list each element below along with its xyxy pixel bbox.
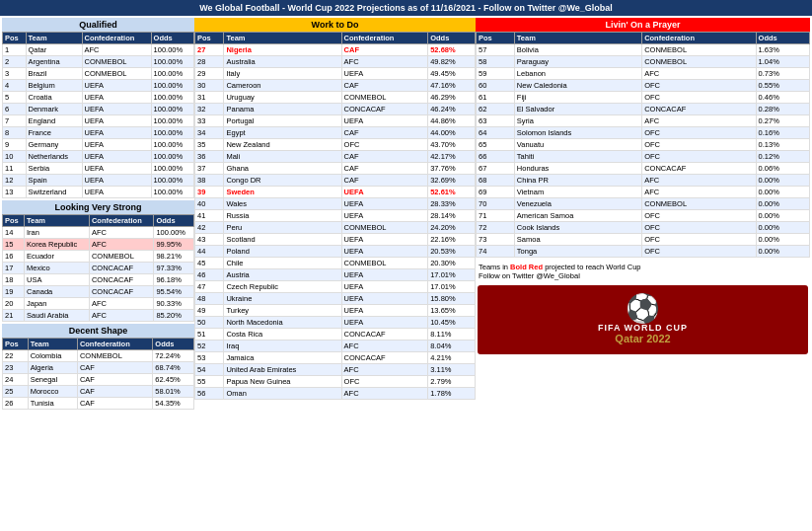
table-row: 43ScotlandUEFA22.16% (195, 234, 476, 246)
cell-odds: 20.30% (428, 258, 476, 269)
cell-odds: 0.00% (756, 234, 809, 246)
table-row: 27NigeriaCAF52.68% (195, 44, 476, 56)
table-row: 4BelgiumUEFA100.00% (3, 80, 194, 92)
qualified-section: Qualified Pos Team Confederation Odds 1Q… (2, 18, 194, 198)
right-column: Livin' On a Prayer Pos Team Confederatio… (476, 18, 810, 412)
col-conf: Confederation (77, 339, 152, 350)
cell-conf: CONCACAF (341, 104, 428, 115)
cell-team: Congo DR (224, 175, 341, 187)
table-row: 24SenegalCAF62.45% (3, 374, 194, 386)
cell-odds: 90.33% (154, 298, 194, 310)
cell-team: Ecuador (24, 251, 89, 263)
cell-odds: 0.00% (756, 246, 809, 258)
cell-odds: 1.78% (428, 388, 476, 400)
table-row: 49TurkeyUEFA13.65% (195, 305, 476, 317)
cell-team: Tonga (514, 246, 641, 258)
table-row: 56OmanAFC1.78% (195, 388, 476, 400)
cell-pos: 68 (477, 175, 515, 187)
cell-pos: 50 (195, 317, 224, 329)
cell-conf: CONMEBOL (341, 222, 428, 234)
cell-pos: 48 (195, 293, 224, 305)
cell-team: China PR (514, 175, 641, 187)
table-row: 52IraqAFC8.04% (195, 341, 476, 352)
cell-conf: CAF (341, 44, 428, 56)
work-to-do-header: Work to Do (194, 18, 476, 32)
table-row: 39SwedenUEFA52.61% (195, 187, 476, 198)
table-row: 51Costa RicaCONCACAF8.11% (195, 329, 476, 341)
cell-conf: UEFA (82, 163, 151, 175)
cell-pos: 64 (477, 127, 515, 139)
cell-team: Korea Republic (24, 239, 89, 251)
cell-conf: CONMEBOL (89, 251, 153, 263)
cell-odds: 44.86% (428, 115, 476, 127)
cell-pos: 17 (3, 263, 25, 274)
cell-odds: 0.00% (756, 198, 809, 210)
cell-conf: AFC (642, 115, 756, 127)
bold-red-text: Bold Red (510, 263, 543, 271)
cell-conf: CONCACAF (89, 263, 153, 274)
cell-odds: 52.61% (428, 187, 476, 198)
cell-team: Egypt (224, 127, 341, 139)
cell-pos: 11 (3, 163, 27, 175)
cell-odds: 10.45% (428, 317, 476, 329)
cell-odds: 13.65% (428, 305, 476, 317)
table-row: 59LebanonAFC0.73% (477, 68, 810, 80)
cell-odds: 8.04% (428, 341, 476, 352)
cell-odds: 17.01% (428, 269, 476, 281)
cell-pos: 22 (3, 350, 29, 362)
cell-pos: 31 (195, 92, 224, 104)
col-conf: Confederation (341, 33, 428, 44)
cell-team: Switzerland (26, 187, 82, 198)
cell-odds: 0.16% (756, 127, 809, 139)
cell-pos: 69 (477, 187, 515, 198)
cell-pos: 2 (3, 56, 27, 68)
cell-team: Poland (224, 246, 341, 258)
cell-conf: AFC (82, 44, 151, 56)
table-row: 8FranceUEFA100.00% (3, 127, 194, 139)
cell-conf: UEFA (341, 246, 428, 258)
livin-prayer-section: Livin' On a Prayer Pos Team Confederatio… (476, 18, 810, 258)
cell-team: Iran (24, 227, 89, 239)
qualified-table: Pos Team Confederation Odds 1QatarAFC100… (2, 32, 194, 198)
cell-team: Solomon Islands (514, 127, 641, 139)
cell-pos: 16 (3, 251, 25, 263)
cell-odds: 3.11% (428, 364, 476, 376)
cell-odds: 99.95% (154, 239, 194, 251)
cell-team: Syria (514, 115, 641, 127)
cell-conf: CAF (77, 374, 152, 386)
table-row: 14IranAFC100.00% (3, 227, 194, 239)
cell-conf: UEFA (341, 198, 428, 210)
cell-conf: CONMEBOL (82, 68, 151, 80)
cell-odds: 95.54% (154, 286, 194, 298)
cell-team: Sweden (224, 187, 341, 198)
cell-pos: 46 (195, 269, 224, 281)
cell-team: Spain (26, 175, 82, 187)
cell-team: Brazil (26, 68, 82, 80)
cell-conf: UEFA (341, 269, 428, 281)
cell-pos: 1 (3, 44, 27, 56)
cell-odds: 20.53% (428, 246, 476, 258)
cell-team: Wales (224, 198, 341, 210)
cell-pos: 47 (195, 281, 224, 293)
table-row: 44PolandUEFA20.53% (195, 246, 476, 258)
looking-strong-header: Looking Very Strong (2, 200, 194, 214)
cell-team: Fiji (514, 92, 641, 104)
cell-conf: UEFA (341, 293, 428, 305)
cell-pos: 56 (195, 388, 224, 400)
cell-pos: 13 (3, 187, 27, 198)
cell-conf: CAF (77, 362, 152, 374)
cell-team: New Zealand (224, 139, 341, 151)
cell-team: Costa Rica (224, 329, 341, 341)
cell-pos: 33 (195, 115, 224, 127)
qualified-header: Qualified (2, 18, 194, 32)
cell-pos: 42 (195, 222, 224, 234)
cell-team: Iraq (224, 341, 341, 352)
cell-team: Senegal (28, 374, 77, 386)
cell-pos: 66 (477, 151, 515, 163)
cell-team: Oman (224, 388, 341, 400)
cell-team: USA (24, 274, 89, 286)
cell-team: Jamaica (224, 352, 341, 364)
table-row: 74TongaOFC0.00% (477, 246, 810, 258)
cell-conf: CONCACAF (642, 163, 756, 175)
cell-conf: CAF (341, 151, 428, 163)
